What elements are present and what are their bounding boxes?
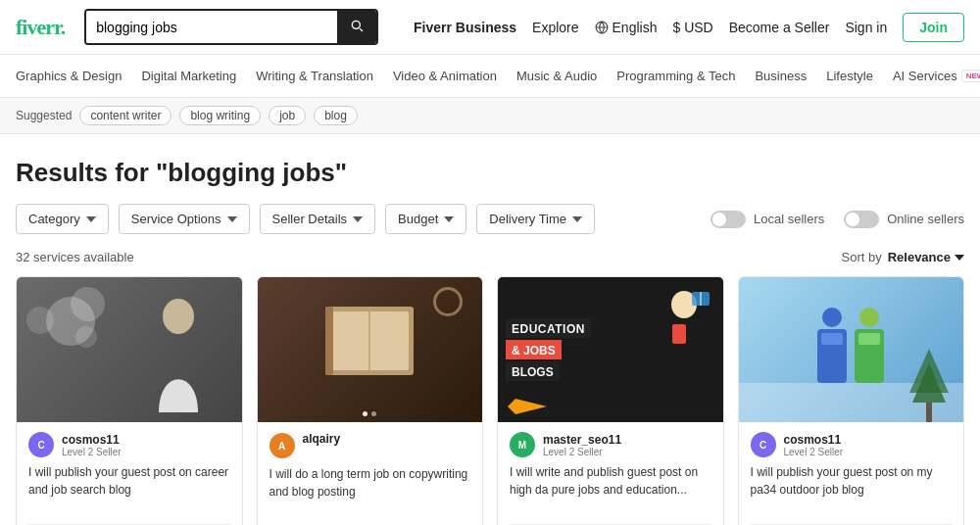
- language-selector[interactable]: English: [595, 20, 658, 35]
- card-body: C cosmos11 Level 2 Seller I will publish…: [739, 422, 964, 525]
- card-title: I will write and publish guest post on h…: [510, 463, 711, 516]
- sort-section: Sort by Relevance: [841, 250, 964, 264]
- sign-in-link[interactable]: Sign in: [845, 20, 887, 35]
- sort-by-label: Sort by: [841, 250, 881, 264]
- seller-info: C cosmos11 Level 2 Seller: [28, 432, 230, 457]
- card-body: C cosmos11 Level 2 Seller I will publish…: [17, 422, 242, 525]
- services-count: 32 services available: [16, 250, 134, 264]
- delivery-time-filter[interactable]: Delivery Time: [476, 204, 595, 234]
- nav-video-animation[interactable]: Video & Animation: [393, 69, 497, 83]
- nav-music-audio[interactable]: Music & Audio: [516, 69, 597, 83]
- card-image-wrap: [17, 277, 242, 422]
- chevron-down-icon: [227, 216, 237, 222]
- seller-name-level: alqairy: [303, 432, 341, 459]
- listing-card[interactable]: C cosmos11 Level 2 Seller I will publish…: [16, 276, 243, 525]
- seller-level: [303, 446, 341, 459]
- nav-writing-translation[interactable]: Writing & Translation: [256, 69, 373, 83]
- listing-card[interactable]: EDUCATION & JOBS BLOGS: [497, 276, 724, 525]
- seller-name: master_seo11: [543, 433, 621, 447]
- listing-card[interactable]: C cosmos11 Level 2 Seller I will publish…: [738, 276, 965, 525]
- suggested-tag-content-writer[interactable]: content writer: [79, 106, 172, 125]
- suggested-tag-blog-writing[interactable]: blog writing: [179, 106, 261, 125]
- card-body: M master_seo11 Level 2 Seller I will wri…: [498, 422, 723, 525]
- nav-programming-tech[interactable]: Programming & Tech: [616, 69, 735, 83]
- sort-dropdown[interactable]: Relevance: [888, 250, 964, 264]
- suggested-tag-job[interactable]: job: [269, 106, 306, 125]
- svg-marker-11: [508, 399, 547, 414]
- card-image-2: [258, 277, 483, 422]
- nav-digital-marketing[interactable]: Digital Marketing: [141, 69, 236, 83]
- service-options-filter[interactable]: Service Options: [119, 204, 250, 234]
- card-image-wrap: EDUCATION & JOBS BLOGS: [498, 277, 723, 422]
- count-sort-bar: 32 services available Sort by Relevance: [0, 250, 980, 276]
- seller-name-level: cosmos11 Level 2 Seller: [62, 433, 122, 457]
- avatar: C: [751, 432, 776, 457]
- seller-level: Level 2 Seller: [543, 447, 621, 457]
- budget-filter[interactable]: Budget: [385, 204, 466, 234]
- currency-selector[interactable]: $ USD: [672, 20, 712, 35]
- seller-name: cosmos11: [784, 433, 844, 447]
- seller-level: Level 2 Seller: [62, 447, 122, 457]
- seller-name: alqairy: [303, 432, 341, 446]
- svg-rect-5: [325, 307, 333, 375]
- card-image-3: EDUCATION & JOBS BLOGS: [498, 277, 723, 422]
- toggle-knob: [846, 213, 859, 226]
- local-sellers-toggle-group: Local sellers: [710, 211, 824, 228]
- seller-name: cosmos11: [62, 433, 122, 447]
- suggested-bar: Suggested content writer blog writing jo…: [0, 98, 980, 134]
- seller-info: M master_seo11 Level 2 Seller: [510, 432, 711, 457]
- card-image-1: [17, 277, 242, 422]
- chevron-down-icon: [444, 216, 454, 222]
- seller-name-level: master_seo11 Level 2 Seller: [543, 433, 621, 457]
- join-button[interactable]: Join: [903, 13, 964, 42]
- nav-ai-services[interactable]: AI Services NEW: [893, 69, 980, 83]
- chevron-down-icon: [572, 216, 582, 222]
- card-body: A alqairy I will do a long term job on c…: [258, 422, 483, 525]
- avatar: M: [510, 432, 535, 457]
- explore-link[interactable]: Explore: [532, 20, 578, 35]
- svg-point-1: [163, 299, 194, 334]
- avatar: C: [28, 432, 54, 457]
- card-image-wrap: [258, 277, 483, 422]
- seller-level: Level 2 Seller: [784, 447, 844, 457]
- seller-info: A alqairy: [270, 432, 471, 459]
- search-button[interactable]: [337, 11, 376, 43]
- online-sellers-toggle-group: Online sellers: [844, 211, 964, 228]
- card-image-wrap: [739, 277, 964, 422]
- cards-grid: C cosmos11 Level 2 Seller I will publish…: [0, 276, 980, 525]
- globe-icon: [595, 21, 609, 34]
- card-title: I will do a long term job on copywriting…: [270, 465, 471, 518]
- online-sellers-toggle[interactable]: [844, 211, 879, 228]
- search-bar: [84, 9, 378, 45]
- nav-graphics-design[interactable]: Graphics & Design: [16, 69, 122, 83]
- listing-card[interactable]: A alqairy I will do a long term job on c…: [257, 276, 484, 525]
- filters-right: Local sellers Online sellers: [710, 211, 964, 228]
- svg-rect-14: [926, 403, 932, 422]
- fiverr-business-link[interactable]: Fiverr Business: [414, 20, 516, 35]
- category-nav: Graphics & Design Digital Marketing Writ…: [0, 55, 980, 98]
- become-seller-link[interactable]: Become a Seller: [729, 20, 830, 35]
- card-title: I will publish your guest post on career…: [28, 463, 230, 516]
- filters-bar: Category Service Options Seller Details …: [0, 204, 980, 250]
- seller-details-filter[interactable]: Seller Details: [260, 204, 376, 234]
- category-filter[interactable]: Category: [16, 204, 109, 234]
- page-title: Results for "blogging jobs": [16, 158, 964, 188]
- card-title: I will publish your guest post on my pa3…: [751, 463, 953, 516]
- suggested-tag-blog[interactable]: blog: [314, 106, 358, 125]
- header: fiverr. Fiverr Business Explore English …: [0, 0, 980, 55]
- seller-name-level: cosmos11 Level 2 Seller: [784, 433, 844, 457]
- card-image-4: [739, 277, 964, 422]
- nav-business[interactable]: Business: [755, 69, 807, 83]
- local-sellers-toggle[interactable]: [710, 211, 746, 228]
- suggested-label: Suggested: [16, 109, 72, 122]
- local-sellers-label: Local sellers: [754, 212, 824, 226]
- nav-lifestyle[interactable]: Lifestyle: [826, 69, 873, 83]
- logo[interactable]: fiverr.: [16, 15, 65, 40]
- search-input[interactable]: [86, 11, 337, 43]
- results-heading: Results for "blogging jobs": [0, 134, 980, 204]
- svg-rect-8: [672, 324, 686, 344]
- search-icon: [349, 18, 365, 33]
- chevron-down-icon: [353, 216, 363, 222]
- ai-badge: NEW: [961, 70, 980, 82]
- online-sellers-label: Online sellers: [887, 212, 964, 226]
